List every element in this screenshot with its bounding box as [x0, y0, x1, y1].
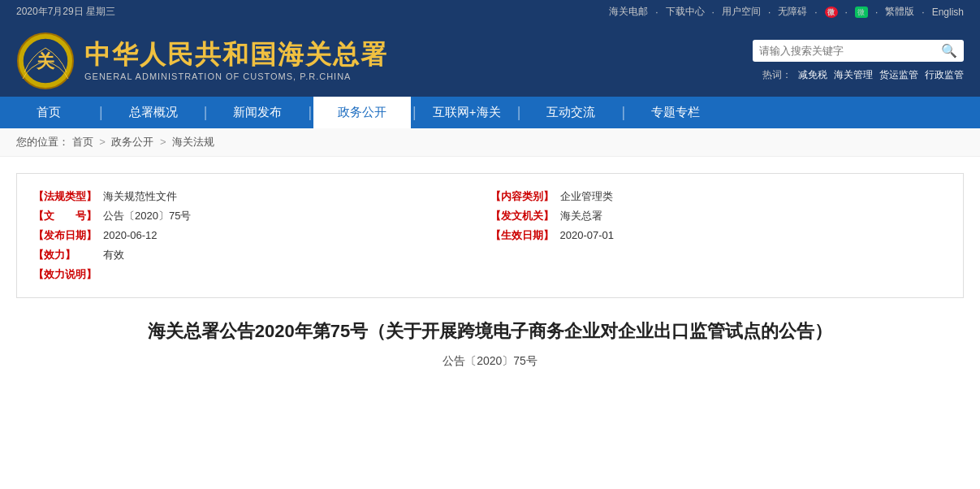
nav-sep-2: |: [306, 104, 313, 121]
nav-special[interactable]: 专题专栏: [627, 97, 724, 128]
value-number: 公告〔2020〕75号: [103, 209, 191, 223]
sep1: ·: [655, 6, 658, 18]
search-box: 🔍: [753, 40, 964, 62]
weibo-icon[interactable]: 微: [825, 6, 838, 18]
info-row-2: 【发布日期】 2020-06-12: [33, 226, 490, 245]
document-number: 公告〔2020〕75号: [16, 354, 964, 369]
date-display: 2020年7月29日 星期三: [16, 5, 115, 19]
breadcrumb-sep-0: >: [99, 136, 108, 148]
value-pubdate: 2020-06-12: [103, 229, 158, 241]
value-category: 企业管理类: [560, 189, 613, 204]
sep4: ·: [814, 6, 817, 18]
breadcrumb-affairs[interactable]: 政务公开: [111, 136, 153, 148]
site-subtitle: GENERAL ADMINISTRATION OF CUSTOMS, P.R.C…: [84, 71, 388, 81]
breadcrumb-prefix: 您的位置：: [16, 136, 69, 148]
hotword-0[interactable]: 减免税: [798, 68, 827, 82]
download-link[interactable]: 下载中心: [666, 5, 705, 19]
nav-home[interactable]: 首页: [0, 97, 97, 128]
info-row-1: 【文 号】 公告〔2020〕75号: [33, 206, 490, 226]
hotword-2[interactable]: 货运监管: [879, 68, 918, 82]
label-number: 【文 号】: [33, 209, 98, 223]
label-validity-desc: 【效力说明】: [33, 267, 98, 282]
wechat-icon[interactable]: 微: [855, 6, 868, 18]
breadcrumb-sep-1: >: [160, 136, 169, 148]
main-content: 【法规类型】 海关规范性文件 【文 号】 公告〔2020〕75号 【发布日期】 …: [0, 157, 980, 385]
site-title: 中华人民共和国海关总署: [84, 41, 388, 69]
hotwords-label: 热词：: [762, 68, 792, 82]
search-input[interactable]: [759, 45, 941, 57]
breadcrumb: 您的位置： 首页 > 政务公开 > 海关法规: [0, 128, 980, 157]
nav-internet[interactable]: 互联网+海关: [418, 97, 516, 128]
header: 关 中华人民共和国海关总署 GENERAL ADMINISTRATION OF …: [0, 24, 980, 97]
user-link[interactable]: 用户空间: [722, 5, 761, 19]
label-issuer: 【发文机关】: [490, 209, 555, 223]
top-bar: 2020年7月29日 星期三 海关电邮 · 下载中心 · 用户空间 · 无障碍 …: [0, 0, 980, 24]
breadcrumb-home[interactable]: 首页: [72, 136, 93, 148]
nav-overview[interactable]: 总署概况: [105, 97, 202, 128]
info-row-r2: 【生效日期】 2020-07-01: [490, 226, 948, 245]
label-type: 【法规类型】: [33, 189, 98, 204]
info-row-0: 【法规类型】 海关规范性文件: [33, 187, 490, 206]
email-link[interactable]: 海关电邮: [609, 5, 648, 19]
info-column-right: 【内容类别】 企业管理类 【发文机关】 海关总署 【生效日期】 2020-07-…: [490, 187, 948, 284]
top-links: 海关电邮 · 下载中心 · 用户空间 · 无障碍 · 微 · 微 · 繁體版 ·…: [609, 5, 964, 19]
label-category: 【内容类别】: [490, 189, 555, 204]
info-column-left: 【法规类型】 海关规范性文件 【文 号】 公告〔2020〕75号 【发布日期】 …: [33, 187, 490, 284]
value-issuer: 海关总署: [560, 209, 602, 223]
breadcrumb-current: 海关法规: [172, 136, 214, 148]
header-right: 🔍 热词： 减免税 海关管理 货运监管 行政监管: [753, 40, 964, 82]
hotword-1[interactable]: 海关管理: [834, 68, 873, 82]
customs-emblem: 关: [16, 32, 75, 90]
label-pubdate: 【发布日期】: [33, 228, 98, 243]
nav-affairs[interactable]: 政务公开: [313, 97, 411, 128]
label-validity: 【效力】: [33, 248, 98, 262]
document-title: 海关总署公告2020年第75号（关于开展跨境电子商务企业对企业出口监管试点的公告…: [16, 318, 964, 344]
nav-bar: 首页 | 总署概况 | 新闻发布 | 政务公开 | 互联网+海关 | 互动交流 …: [0, 97, 980, 128]
info-row-3: 【效力】 有效: [33, 245, 490, 265]
nav-sep-3: |: [411, 104, 418, 121]
nav-sep-1: |: [202, 104, 209, 121]
logo-text: 中华人民共和国海关总署 GENERAL ADMINISTRATION OF CU…: [84, 41, 388, 80]
traditional-link[interactable]: 繁體版: [885, 5, 914, 19]
value-effdate: 2020-07-01: [560, 229, 615, 241]
search-icon[interactable]: 🔍: [941, 43, 957, 58]
value-type: 海关规范性文件: [103, 189, 177, 204]
sep5: ·: [845, 6, 848, 18]
sep6: ·: [875, 6, 878, 18]
accessibility-link[interactable]: 无障碍: [778, 5, 807, 19]
sep2: ·: [712, 6, 714, 18]
nav-news[interactable]: 新闻发布: [209, 97, 306, 128]
label-effdate: 【生效日期】: [490, 228, 555, 243]
sep3: ·: [768, 6, 771, 18]
info-row-4: 【效力说明】: [33, 265, 490, 284]
value-validity: 有效: [103, 248, 124, 262]
nav-sep-4: |: [516, 104, 523, 121]
nav-sep-0: |: [97, 104, 105, 121]
info-row-r1: 【发文机关】 海关总署: [490, 206, 948, 226]
nav-sep-5: |: [620, 104, 627, 121]
english-link[interactable]: English: [932, 6, 964, 18]
hotword-3[interactable]: 行政监管: [925, 68, 964, 82]
sep7: ·: [922, 6, 924, 18]
hot-words: 热词： 减免税 海关管理 货运监管 行政监管: [762, 68, 964, 82]
nav-interaction[interactable]: 互动交流: [522, 97, 620, 128]
info-row-r0: 【内容类别】 企业管理类: [490, 187, 948, 206]
logo-area: 关 中华人民共和国海关总署 GENERAL ADMINISTRATION OF …: [16, 32, 388, 90]
info-table: 【法规类型】 海关规范性文件 【文 号】 公告〔2020〕75号 【发布日期】 …: [16, 173, 964, 298]
